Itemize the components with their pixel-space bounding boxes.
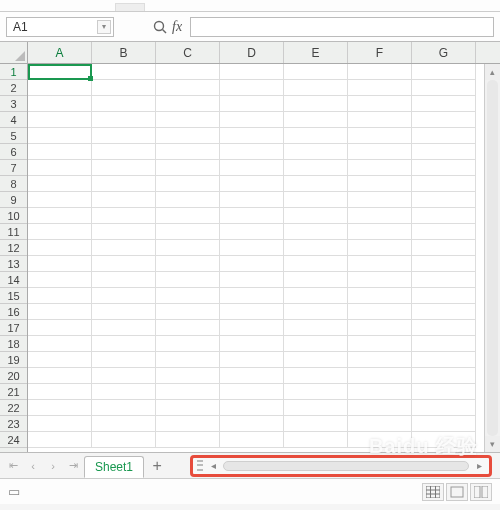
cell[interactable] — [156, 176, 220, 192]
cell[interactable] — [28, 208, 92, 224]
cell[interactable] — [156, 272, 220, 288]
row-header[interactable]: 2 — [0, 80, 27, 96]
cell[interactable] — [156, 160, 220, 176]
cell[interactable] — [412, 208, 476, 224]
cell[interactable] — [220, 192, 284, 208]
cell[interactable] — [284, 64, 348, 80]
cell[interactable] — [220, 240, 284, 256]
cell[interactable] — [412, 176, 476, 192]
cell[interactable] — [220, 400, 284, 416]
column-header-c[interactable]: C — [156, 42, 220, 63]
horizontal-scrollbar-highlighted[interactable]: ◂ ▸ — [190, 455, 492, 477]
row-header[interactable]: 8 — [0, 176, 27, 192]
cell[interactable] — [220, 128, 284, 144]
cell[interactable] — [220, 144, 284, 160]
cell[interactable] — [348, 176, 412, 192]
cell[interactable] — [220, 336, 284, 352]
cell[interactable] — [156, 96, 220, 112]
cell[interactable] — [412, 192, 476, 208]
row-header[interactable]: 11 — [0, 224, 27, 240]
cell[interactable] — [220, 416, 284, 432]
page-break-view-button[interactable] — [470, 483, 492, 501]
cell[interactable] — [412, 384, 476, 400]
add-sheet-button[interactable]: + — [146, 455, 168, 477]
cell[interactable] — [412, 272, 476, 288]
cell[interactable] — [92, 112, 156, 128]
row-header[interactable]: 1 — [0, 64, 27, 80]
cell[interactable] — [92, 288, 156, 304]
cell[interactable] — [348, 416, 412, 432]
cell[interactable] — [28, 64, 92, 80]
row-header[interactable]: 16 — [0, 304, 27, 320]
first-sheet-button[interactable]: ⇤ — [4, 457, 22, 475]
cell[interactable] — [348, 336, 412, 352]
cell[interactable] — [284, 416, 348, 432]
cell[interactable] — [92, 416, 156, 432]
cell[interactable] — [28, 128, 92, 144]
row-header[interactable]: 21 — [0, 384, 27, 400]
cell[interactable] — [284, 288, 348, 304]
cell[interactable] — [156, 320, 220, 336]
cell[interactable] — [220, 288, 284, 304]
cell[interactable] — [156, 112, 220, 128]
cell[interactable] — [28, 432, 92, 448]
cell[interactable] — [28, 80, 92, 96]
cell[interactable] — [348, 304, 412, 320]
cell[interactable] — [156, 368, 220, 384]
row-header[interactable]: 12 — [0, 240, 27, 256]
cell[interactable] — [348, 96, 412, 112]
cell[interactable] — [412, 352, 476, 368]
cell[interactable] — [220, 320, 284, 336]
search-icon[interactable] — [152, 19, 168, 35]
cell[interactable] — [28, 288, 92, 304]
cell[interactable] — [92, 400, 156, 416]
normal-view-button[interactable] — [422, 483, 444, 501]
scroll-up-icon[interactable]: ▴ — [485, 64, 500, 80]
cell[interactable] — [220, 384, 284, 400]
cell[interactable] — [412, 160, 476, 176]
cell[interactable] — [348, 352, 412, 368]
cell[interactable] — [220, 304, 284, 320]
cell[interactable] — [156, 208, 220, 224]
cell[interactable] — [92, 144, 156, 160]
cell[interactable] — [92, 368, 156, 384]
cell[interactable] — [156, 384, 220, 400]
cell[interactable] — [220, 96, 284, 112]
cell[interactable] — [92, 64, 156, 80]
cell[interactable] — [28, 176, 92, 192]
page-layout-view-button[interactable] — [446, 483, 468, 501]
column-header-f[interactable]: F — [348, 42, 412, 63]
cell[interactable] — [348, 384, 412, 400]
cell[interactable] — [412, 112, 476, 128]
cell[interactable] — [412, 128, 476, 144]
cell[interactable] — [412, 256, 476, 272]
scroll-down-icon[interactable]: ▾ — [485, 436, 500, 452]
cell[interactable] — [284, 304, 348, 320]
cell[interactable] — [28, 256, 92, 272]
column-header-e[interactable]: E — [284, 42, 348, 63]
cell[interactable] — [92, 80, 156, 96]
cell[interactable] — [92, 176, 156, 192]
cell[interactable] — [156, 336, 220, 352]
cell[interactable] — [28, 192, 92, 208]
row-header[interactable]: 18 — [0, 336, 27, 352]
cell[interactable] — [220, 80, 284, 96]
cell[interactable] — [348, 256, 412, 272]
cell[interactable] — [28, 400, 92, 416]
cell[interactable] — [348, 320, 412, 336]
cell[interactable] — [220, 368, 284, 384]
cell[interactable] — [156, 192, 220, 208]
row-header[interactable]: 4 — [0, 112, 27, 128]
cell[interactable] — [28, 384, 92, 400]
cell[interactable] — [92, 96, 156, 112]
select-all-corner[interactable] — [0, 42, 28, 64]
cell[interactable] — [28, 112, 92, 128]
cell[interactable] — [284, 240, 348, 256]
row-header[interactable]: 7 — [0, 160, 27, 176]
cell[interactable] — [28, 144, 92, 160]
cell[interactable] — [348, 432, 412, 448]
column-header-d[interactable]: D — [220, 42, 284, 63]
cell[interactable] — [412, 336, 476, 352]
row-header[interactable]: 10 — [0, 208, 27, 224]
scroll-left-icon[interactable]: ◂ — [207, 460, 219, 471]
